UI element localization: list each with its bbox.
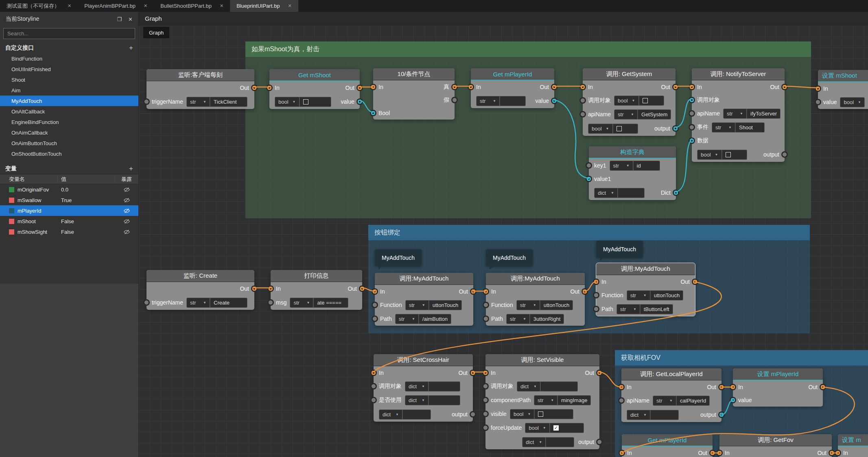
data-in-port[interactable] xyxy=(689,137,695,144)
node-call-getfov[interactable]: 调用: GetFov In Out xyxy=(719,434,832,457)
exec-out-port[interactable] xyxy=(718,384,725,390)
sidebar-item-bindfunction[interactable]: BindFunction xyxy=(0,53,138,64)
type-and-value[interactable]: dict▼ xyxy=(522,437,574,447)
tab-test-blueprint[interactable]: 测试蓝图（不可保存） ✕ xyxy=(0,0,78,12)
true-out-port[interactable] xyxy=(451,84,458,90)
data-in-port[interactable] xyxy=(372,302,378,308)
type-and-value[interactable]: str▼ id xyxy=(610,161,660,171)
sidebar-item-onuiinitfinished[interactable]: OnUIInitFinished xyxy=(0,64,138,74)
type-and-value[interactable]: str▼ 3uttonRight xyxy=(506,314,564,324)
data-in-port[interactable] xyxy=(689,97,695,103)
checkbox-unchecked[interactable] xyxy=(643,98,648,103)
exec-in-port[interactable] xyxy=(835,450,841,456)
type-and-value[interactable]: str▼ tButtonLeft uttonTouch xyxy=(627,290,684,300)
exec-in-port[interactable] xyxy=(266,85,273,91)
exec-out-port[interactable] xyxy=(672,84,679,90)
exec-out-port[interactable] xyxy=(596,370,603,376)
close-panel-icon[interactable]: ✕ xyxy=(128,16,133,22)
node-call-setvisible[interactable]: 调用: SetVisible In Out 调用对象 dict▼ compone… xyxy=(485,354,599,449)
exec-out-port[interactable] xyxy=(356,85,363,91)
exec-in-port[interactable] xyxy=(483,288,489,295)
data-in-port[interactable] xyxy=(370,383,377,390)
search-input[interactable] xyxy=(3,28,135,39)
tab-blueprintui[interactable]: BlueprintUIPart.bp ✕ xyxy=(230,0,298,12)
exec-in-port[interactable] xyxy=(618,384,625,390)
exec-out-port[interactable] xyxy=(251,85,258,91)
exec-in-port[interactable] xyxy=(370,84,376,90)
exec-in-port[interactable] xyxy=(370,370,377,376)
type-and-value[interactable]: bool▼ xyxy=(697,150,747,160)
tab-bulletshoot[interactable]: BulletShootBPPart.bp ✕ xyxy=(154,0,230,12)
exec-out-port[interactable] xyxy=(692,279,698,285)
eye-hidden-icon[interactable] xyxy=(123,207,130,214)
table-row[interactable]: mSwallow True xyxy=(0,195,138,205)
sidebar-item-shoot[interactable]: Shoot xyxy=(0,74,138,85)
data-in-port[interactable] xyxy=(689,110,695,117)
type-and-value[interactable]: dict▼ xyxy=(405,395,460,405)
data-in-port[interactable] xyxy=(815,99,821,105)
tab-playeranim[interactable]: PlayerAnimBPPart.bp ✕ xyxy=(78,0,154,12)
data-in-port[interactable] xyxy=(593,292,599,298)
exec-in-port[interactable] xyxy=(267,285,274,292)
sidebar-item-onshootbuttontouch[interactable]: OnShootButtonTouch xyxy=(0,148,138,159)
data-out-port[interactable] xyxy=(718,411,725,418)
node-condition[interactable]: 10/条件节点 In 真 假 Bool xyxy=(373,68,455,120)
exec-in-port[interactable] xyxy=(716,450,723,456)
node-get-mplayerid[interactable]: Get mPlayerId In Out str▼ value xyxy=(471,68,554,108)
close-tab-icon[interactable]: ✕ xyxy=(288,3,291,9)
type-and-value[interactable]: str▼ Create xyxy=(186,298,247,308)
checkbox-checked[interactable]: ✓ xyxy=(553,425,559,431)
node-get-mshoot[interactable]: Get mShoot In Out bool▼ value xyxy=(269,69,360,109)
exec-out-port[interactable] xyxy=(470,370,476,376)
data-in-port[interactable] xyxy=(482,383,489,390)
type-and-value[interactable]: dict▼ xyxy=(627,410,679,420)
checkbox-unchecked[interactable] xyxy=(303,99,308,104)
exec-in-port[interactable] xyxy=(579,84,586,90)
bool-in-port[interactable] xyxy=(370,110,376,116)
exec-out-port[interactable] xyxy=(829,450,835,456)
node-print-info[interactable]: 打印信息 In Out msg str▼ ate ===== xyxy=(271,270,362,310)
data-in-port[interactable] xyxy=(143,98,150,105)
exec-out-port[interactable] xyxy=(582,288,588,295)
data-in-port[interactable] xyxy=(618,397,625,404)
data-out-port[interactable] xyxy=(596,439,603,445)
data-out-port[interactable] xyxy=(356,98,363,105)
close-tab-icon[interactable]: ✕ xyxy=(68,3,71,9)
node-call-myaddtouch-2[interactable]: 调用:MyAddTouch In Out Function str▼ utton… xyxy=(486,273,585,326)
node-set-mshoot[interactable]: 设置 mShoot In value bool▼ xyxy=(818,70,868,109)
node-get-mplayerid-bottom[interactable]: Get mPlayerId In Out xyxy=(622,434,713,457)
exec-in-port[interactable] xyxy=(689,84,695,90)
sidebar-item-onaimcallback[interactable]: OnAimCallback xyxy=(0,127,138,138)
type-and-value[interactable]: bool▼ xyxy=(275,97,331,107)
node-call-myaddtouch-1[interactable]: 调用:MyAddTouch In Out Function str▼ utton… xyxy=(375,273,473,326)
type-and-value[interactable]: dict▼ xyxy=(379,409,431,420)
data-in-port[interactable] xyxy=(689,124,695,131)
type-and-value[interactable]: dict▼ xyxy=(594,188,645,198)
data-in-port[interactable] xyxy=(586,162,592,169)
data-in-port[interactable] xyxy=(482,397,489,403)
data-in-port[interactable] xyxy=(482,424,489,431)
type-and-value[interactable]: str▼ /aimButton xyxy=(395,314,451,324)
data-in-port[interactable] xyxy=(267,299,274,306)
exec-in-port[interactable] xyxy=(468,84,474,90)
exec-out-port[interactable] xyxy=(251,285,258,292)
exec-in-port[interactable] xyxy=(482,370,489,376)
exec-in-port[interactable] xyxy=(815,85,821,92)
eye-hidden-icon[interactable] xyxy=(123,218,130,225)
data-in-port[interactable] xyxy=(579,97,586,104)
table-row[interactable]: mShoot False xyxy=(0,216,138,226)
node-call-setcrosshair[interactable]: 调用: SetCrossHair In Out 调用对象 dict▼ 是否使用 … xyxy=(374,354,473,422)
type-and-value[interactable]: str▼ calPlayerId xyxy=(653,396,710,406)
maximize-icon[interactable]: ❐ xyxy=(117,16,122,22)
false-out-port[interactable] xyxy=(451,97,458,103)
data-out-port[interactable] xyxy=(551,98,558,104)
type-and-value[interactable]: str▼ GetSystem xyxy=(614,109,671,120)
node-set-mplayerid[interactable]: 设置 mPlayerId In Out value xyxy=(733,368,823,407)
type-and-value[interactable]: str▼ uttonTouch xyxy=(516,300,573,310)
table-row[interactable]: mOriginalFov 0.0 xyxy=(0,184,138,195)
type-and-value[interactable]: str▼ mingImage xyxy=(534,395,591,405)
node-call-notifytoserver[interactable]: 调用: NotifyToServer In Out 调用对象 apiName s… xyxy=(692,68,785,162)
exec-out-port[interactable] xyxy=(470,288,477,295)
node-call-getlocalplayerid[interactable]: 调用: GetLocalPlayerId In Out apiName str▼… xyxy=(621,368,722,422)
type-and-value[interactable]: str▼ uttonTouch xyxy=(405,300,462,310)
